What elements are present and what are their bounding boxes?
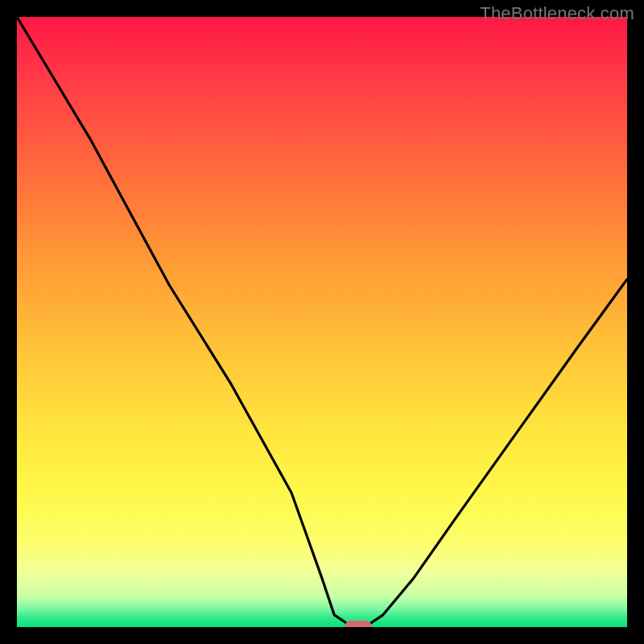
chart-frame: TheBottleneck.com [0, 0, 644, 644]
bottleneck-marker [345, 621, 372, 627]
bottleneck-curve [17, 17, 627, 627]
plot-area [17, 17, 627, 627]
watermark-text: TheBottleneck.com [480, 3, 634, 24]
